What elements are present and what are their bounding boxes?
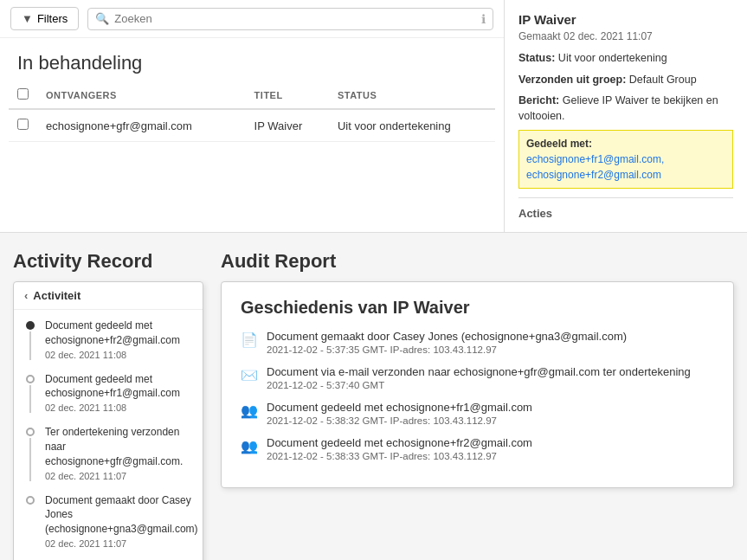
- activity-header[interactable]: ‹ Activiteit: [14, 282, 203, 310]
- activity-dot-col: [24, 425, 36, 480]
- detail-group-value: Default Group: [629, 74, 697, 86]
- activity-text: Ter ondertekening verzonden naar echosig…: [45, 425, 192, 468]
- col-titel: TITEL: [246, 81, 329, 109]
- search-bar: 🔍 ℹ: [87, 8, 493, 30]
- audit-report-label: Audit Report: [221, 250, 734, 273]
- activity-line: [29, 331, 31, 360]
- activity-date: 02 dec. 2021 11:07: [45, 538, 198, 549]
- select-all-checkbox[interactable]: [17, 88, 29, 100]
- audit-entry: 📄 Document gemaakt door Casey Jones (ech…: [241, 330, 714, 355]
- documents-table: ONTVANGERS TITEL STATUS echosignone+gfr@…: [9, 81, 495, 142]
- audit-entry: ✉️ Document via e-mail verzonden naar ec…: [241, 365, 714, 390]
- audit-icon-doc: 📄: [241, 331, 258, 348]
- activity-item: Document gemaakt door Casey Jones (echos…: [24, 493, 192, 549]
- detail-created: Gemaakt 02 dec. 2021 11:07: [518, 30, 733, 42]
- detail-title: IP Waiver: [518, 12, 733, 27]
- search-input[interactable]: [114, 12, 476, 25]
- audit-entry-date: 2021-12-02 - 5:37:40 GMT: [267, 380, 714, 390]
- activity-text: Document gedeeld met echosignone+fr1@gma…: [45, 372, 192, 402]
- acties-section: Acties: [518, 197, 733, 220]
- col-status: STATUS: [329, 81, 495, 109]
- detail-message-row: Bericht: Gelieve IP Waiver te bekijken e…: [518, 93, 733, 124]
- col-ontvangers: ONTVANGERS: [37, 81, 246, 109]
- audit-content: Document via e-mail verzonden naar echos…: [267, 365, 714, 390]
- audit-entry: 👥 Document gedeeld met echosignone+fr1@g…: [241, 401, 714, 426]
- activity-header-title: Activiteit: [33, 289, 80, 302]
- activity-dot-col: [24, 493, 36, 549]
- audit-content: Document gedeeld met echosignone+fr1@gma…: [267, 401, 714, 426]
- activity-item: Document gedeeld met echosignone+fr1@gma…: [24, 372, 192, 414]
- activity-date: 02 dec. 2021 11:07: [45, 471, 192, 481]
- right-panel: IP Waiver Gemaakt 02 dec. 2021 11:07 Sta…: [505, 0, 747, 232]
- select-all-header: [9, 81, 37, 109]
- detail-shared-box: Gedeeld met: echosignone+fr1@gmail.com, …: [518, 130, 733, 189]
- filters-button[interactable]: ▼ Filters: [10, 7, 79, 30]
- activity-dot-col: [24, 319, 36, 360]
- activity-dot: [26, 428, 35, 436]
- activity-text: Document gemaakt door Casey Jones (echos…: [45, 493, 198, 537]
- in-behandeling-title: In behandeling: [0, 38, 504, 81]
- activity-content: Ter ondertekening verzonden naar echosig…: [45, 425, 192, 480]
- acties-label: Acties: [518, 207, 552, 220]
- audit-content: Document gemaakt door Casey Jones (echos…: [267, 330, 714, 355]
- activity-box: ‹ Activiteit Document gedeeld met echosi…: [13, 281, 203, 560]
- activity-text: Document gedeeld met echosignone+fr2@gma…: [45, 319, 192, 348]
- audit-report-section: Audit Report Geschiedenis van IP Waiver …: [221, 250, 734, 488]
- detail-shared-emails: echosignone+fr1@gmail.com, echosignone+f…: [526, 153, 664, 181]
- toolbar: ▼ Filters 🔍 ℹ: [0, 0, 504, 38]
- activity-line: [29, 438, 31, 480]
- activity-date: 02 dec. 2021 11:08: [45, 350, 192, 360]
- activity-item: Ter ondertekening verzonden naar echosig…: [24, 425, 192, 480]
- audit-box-title: Geschiedenis van IP Waiver: [241, 298, 714, 318]
- detail-group-row: Verzonden uit groep: Default Group: [518, 73, 733, 88]
- audit-entries: 📄 Document gemaakt door Casey Jones (ech…: [241, 330, 714, 461]
- activity-content: Document gedeeld met echosignone+fr2@gma…: [45, 319, 192, 360]
- detail-status-value: Uit voor ondertekening: [558, 52, 667, 64]
- audit-entry-text: Document gedeeld met echosignone+fr2@gma…: [267, 436, 714, 449]
- activity-item: Document gedeeld met echosignone+fr2@gma…: [24, 319, 192, 360]
- top-section: ▼ Filters 🔍 ℹ In behandeling ONTVANGERS: [0, 0, 747, 233]
- info-icon[interactable]: ℹ: [481, 12, 486, 26]
- left-panel: ▼ Filters 🔍 ℹ In behandeling ONTVANGERS: [0, 0, 505, 232]
- activity-dot: [26, 375, 35, 383]
- row-titel: IP Waiver: [246, 109, 329, 142]
- row-checkbox-cell: [9, 109, 37, 142]
- audit-icon-email: ✉️: [241, 366, 258, 383]
- search-icon: 🔍: [95, 12, 109, 25]
- detail-group-label: Verzonden uit groep:: [518, 74, 626, 86]
- audit-entry: 👥 Document gedeeld met echosignone+fr2@g…: [241, 436, 714, 461]
- back-arrow-icon[interactable]: ‹: [24, 289, 28, 302]
- table-header-row: ONTVANGERS TITEL STATUS: [9, 81, 495, 109]
- activity-line: [29, 385, 31, 414]
- audit-icon-share: 👥: [241, 437, 258, 454]
- filters-label: Filters: [37, 12, 68, 25]
- activity-dot: [26, 496, 35, 505]
- audit-entry-date: 2021-12-02 - 5:38:33 GMT- IP-adres: 103.…: [267, 451, 714, 461]
- audit-entry-text: Document gemaakt door Casey Jones (echos…: [267, 330, 714, 343]
- filter-icon: ▼: [22, 12, 33, 25]
- audit-entry-text: Document via e-mail verzonden naar echos…: [267, 365, 714, 378]
- detail-shared-label: Gedeeld met:: [526, 138, 592, 150]
- table-container: ONTVANGERS TITEL STATUS echosignone+gfr@…: [0, 81, 504, 142]
- activity-record-section: Activity Record ‹ Activiteit Document ge…: [13, 250, 203, 560]
- activity-content: Document gedeeld met echosignone+fr1@gma…: [45, 372, 192, 414]
- audit-box: Geschiedenis van IP Waiver 📄 Document ge…: [221, 281, 734, 488]
- activity-list: Document gedeeld met echosignone+fr2@gma…: [14, 310, 203, 560]
- detail-status-label: Status:: [518, 52, 555, 64]
- activity-date: 02 dec. 2021 11:08: [45, 402, 192, 413]
- audit-entry-date: 2021-12-02 - 5:38:32 GMT- IP-adres: 103.…: [267, 415, 714, 426]
- audit-icon-share: 👥: [241, 402, 258, 419]
- activity-record-label: Activity Record: [13, 250, 203, 273]
- detail-message-label: Bericht:: [518, 94, 559, 106]
- activity-dot-col: [24, 372, 36, 414]
- audit-content: Document gedeeld met echosignone+fr2@gma…: [267, 436, 714, 461]
- audit-entry-date: 2021-12-02 - 5:37:35 GMT- IP-adres: 103.…: [267, 344, 714, 355]
- table-row[interactable]: echosignone+gfr@gmail.com IP Waiver Uit …: [9, 109, 495, 142]
- audit-entry-text: Document gedeeld met echosignone+fr1@gma…: [267, 401, 714, 414]
- detail-status-row: Status: Uit voor ondertekening: [518, 51, 733, 67]
- row-status: Uit voor ondertekening: [329, 109, 495, 142]
- row-ontvangers: echosignone+gfr@gmail.com: [37, 109, 246, 142]
- activity-content: Document gemaakt door Casey Jones (echos…: [45, 493, 198, 549]
- bottom-section: Activity Record ‹ Activiteit Document ge…: [0, 233, 747, 560]
- row-checkbox[interactable]: [17, 119, 29, 130]
